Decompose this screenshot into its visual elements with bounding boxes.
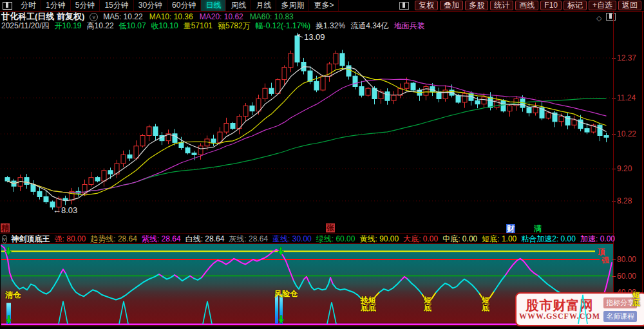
quote-field: 收10.10 [151,21,178,32]
svg-text:←8.03: ←8.03 [53,205,77,215]
toolbar-button[interactable]: 标记 [564,1,587,10]
quote-field: 额5782万 [218,21,251,32]
quote-field: 幅-0.12(-1.17%) [256,21,310,32]
toolbar-button[interactable]: F10 [540,1,562,10]
quote-field: 地面兵装 [393,21,424,32]
quote-field: 高10.22 [87,21,114,32]
indicator-param: 强: 80.00 [55,234,86,245]
indicator-param: 紫线: 28.64 [142,234,181,245]
toolbar-button[interactable]: 返回 [618,1,641,10]
period-tabs: 分时1分钟5分钟15分钟30分钟60分钟日线周线月线多周期更多> [16,0,339,11]
watermark-badge: 名师课程 [603,311,637,322]
signal-label: 短底 [368,296,377,312]
period-tab[interactable]: 30分钟 [134,0,167,11]
panel-layout-icon[interactable] [399,2,409,10]
indicator-param: 蓝线: 30.00 [272,234,312,245]
period-tab[interactable]: 更多> [309,0,339,11]
price-axis-label: 12.37 [617,53,643,62]
quote-field: 2025/11/20/四 [1,21,50,32]
period-tab[interactable]: 15分钟 [100,0,133,11]
axis-tick [612,98,616,99]
axis-tick [612,201,616,202]
quote-field: 开10.19 [55,21,82,32]
toolbar-button[interactable]: 画线 [515,1,538,10]
toolbar-actions: 复权叠加多股统计画线F10标记+自选返回 [397,1,644,10]
indicator-param: 中底: 0.00 [442,234,477,245]
indicator-axis-label: 80.00 [617,255,643,264]
toolbar-button[interactable]: 复权 [415,1,438,10]
signal-label: 风险仓 [274,290,298,297]
price-axis-label: 11.24 [617,93,643,102]
trading-app-window: 分时1分钟5分钟15分钟30分钟60分钟日线周线月线多周期更多> 复权叠加多股统… [0,0,644,329]
period-tab[interactable]: 周线 [226,0,251,11]
period-tab[interactable]: 1分钟 [41,0,71,11]
signal-label: 清仓 [5,291,21,299]
signal-label: 短底 [482,296,491,312]
price-axis-label: 10.22 [617,129,643,138]
quote-field: 换1.32% [316,21,345,32]
indicator-param: 趋势线: 28.64 [90,234,137,245]
site-watermark: 股市财富网 WWW.GSCFW.COM 指标分享名师课程 [515,292,644,326]
watermark-char: 精 [1,223,10,232]
indicator-param: 白线: 28.64 [185,234,225,245]
level-label: 强 [601,255,609,266]
period-tab[interactable]: 月线 [251,0,276,11]
quote-field: 低10.07 [119,21,146,32]
indicator-name: 神剑顶底王 [12,234,50,245]
watermark-url: WWW.GSCFW.COM [519,312,600,321]
toolbar-button[interactable]: 多股 [465,1,488,10]
price-axis-label: 9.20 [617,164,643,173]
indicator-param: 黄线: 90.00 [359,234,399,245]
indicator-params: 强: 80.00趋势线: 28.64紫线: 28.64白线: 28.64灰线: … [55,234,615,245]
watermark-site-name: 股市财富网 [526,299,594,312]
indicator-param: 短底: 1.00 [482,234,516,245]
indicator-axis-label: 60.00 [617,272,643,281]
indicator-param: 粘合加速2: 0.00 [521,234,576,245]
watermark-char: 满 [533,224,542,233]
watermark-char: 张 [326,223,335,232]
toolbar-button[interactable]: 统计 [490,1,513,10]
indicator-param: 灰线: 28.64 [229,234,268,245]
signal-label: 短底 [424,296,433,312]
watermark-char: 财 [506,224,515,233]
period-tab[interactable]: 多周期 [276,0,309,11]
period-tab[interactable]: 60分钟 [167,0,201,11]
daily-quote-row: 2025/11/20/四开10.19高10.22低10.07收10.10量571… [1,21,613,30]
candlestick-chart[interactable]: ←8.0313.09 [0,31,613,233]
period-toolbar: 分时1分钟5分钟15分钟30分钟60分钟日线周线月线多周期更多> 复权叠加多股统… [0,0,644,12]
quote-field: 量57101 [184,21,213,32]
bottom-strip [0,326,644,329]
toolbar-button[interactable]: 叠加 [440,1,463,10]
axis-separator-line [613,12,614,326]
quote-field: 流通4.34亿 [350,21,388,32]
axis-tick [612,169,616,169]
indicator-param: 大底: 0.00 [403,234,438,245]
indicator-chevron-icon[interactable]: v [2,235,7,243]
indicator-param: 绿线: 60.00 [316,234,355,245]
toolbar-button[interactable]: +自选 [589,1,616,10]
svg-text:13.09: 13.09 [304,32,325,42]
window-split-icon[interactable] [3,2,12,10]
period-tab[interactable]: 分时 [16,0,41,11]
period-tab[interactable]: 日线 [201,0,226,11]
price-axis-label: 8.28 [617,196,643,205]
period-tab[interactable]: 5分钟 [71,0,100,11]
axis-tick [612,58,616,59]
indicator-header: v 神剑顶底王 强: 80.00趋势线: 28.64紫线: 28.64白线: 2… [0,233,615,244]
indicator-param: 加速: 0.00 [580,234,615,245]
axis-tick [612,134,616,135]
signal-label: 短底 [632,291,641,306]
